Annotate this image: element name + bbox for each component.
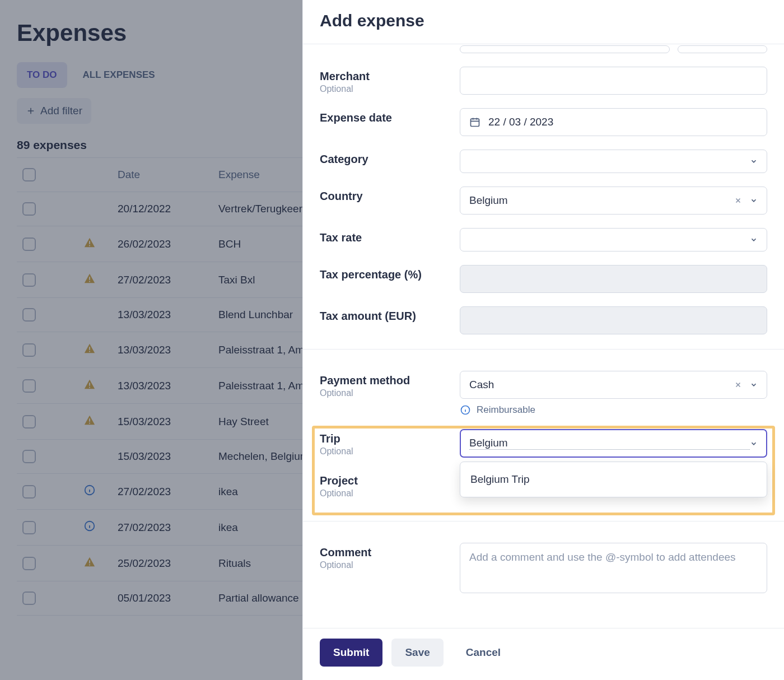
country-select[interactable]: Belgium — [460, 187, 767, 215]
chevron-down-icon — [750, 197, 758, 204]
chevron-down-icon — [750, 157, 758, 165]
trip-dropdown: Belgium Trip — [460, 462, 767, 497]
trip-label: Trip — [320, 432, 449, 445]
tab-todo[interactable]: TO DO — [17, 62, 67, 88]
submit-button[interactable]: Submit — [320, 639, 382, 667]
tax-amount-label: Tax amount (EUR) — [320, 310, 449, 323]
tax-percentage-label: Tax percentage (%) — [320, 268, 449, 281]
row-date: 20/12/2022 — [118, 203, 218, 215]
chevron-down-icon — [750, 440, 758, 448]
partial-input-left[interactable] — [460, 45, 670, 53]
warning-icon — [83, 414, 96, 429]
svg-rect-3 — [89, 281, 90, 282]
row-date: 27/02/2023 — [118, 521, 218, 534]
info-icon — [460, 404, 471, 416]
row-checkbox[interactable] — [22, 521, 36, 534]
warning-icon — [83, 272, 96, 287]
row-date: 27/02/2023 — [118, 486, 218, 498]
section-divider — [303, 521, 784, 521]
clear-icon[interactable] — [734, 381, 742, 389]
add-filter-label: Add filter — [40, 105, 82, 117]
chevron-down-icon — [750, 381, 758, 389]
trip-optional: Optional — [320, 446, 449, 457]
svg-rect-5 — [89, 351, 90, 352]
info-icon — [83, 520, 96, 535]
svg-rect-4 — [89, 347, 90, 350]
clear-icon[interactable] — [734, 197, 742, 204]
comment-textarea[interactable] — [460, 543, 767, 593]
payment-method-label: Payment method — [320, 374, 449, 387]
tab-all-expenses[interactable]: ALL EXPENSES — [73, 62, 165, 88]
trip-select[interactable]: Belgium — [460, 429, 767, 458]
svg-rect-14 — [471, 119, 479, 126]
svg-rect-13 — [89, 565, 90, 566]
cancel-button[interactable]: Cancel — [452, 639, 514, 667]
warning-icon — [83, 378, 96, 393]
row-date: 15/03/2023 — [118, 450, 218, 463]
expense-date-input[interactable]: 22 / 03 / 2023 — [460, 108, 767, 136]
row-date: 26/02/2023 — [118, 238, 218, 250]
merchant-input[interactable] — [460, 67, 767, 95]
row-date: 05/01/2023 — [118, 592, 218, 604]
svg-rect-7 — [89, 387, 90, 388]
tax-percentage-input — [460, 265, 767, 293]
add-expense-panel: Add expense Merchant Optional Expense da… — [302, 0, 784, 680]
tax-amount-input — [460, 306, 767, 334]
svg-rect-6 — [89, 383, 90, 386]
svg-rect-1 — [89, 245, 90, 246]
svg-rect-9 — [89, 423, 90, 424]
project-label: Project — [320, 474, 449, 487]
svg-rect-2 — [89, 277, 90, 280]
reimbursable-indicator: Reimbursable — [460, 404, 767, 416]
country-label: Country — [320, 190, 449, 203]
row-date: 13/03/2023 — [118, 309, 218, 321]
row-checkbox[interactable] — [22, 379, 36, 393]
payment-method-optional: Optional — [320, 388, 449, 398]
svg-rect-0 — [89, 241, 90, 244]
panel-body: Merchant Optional Expense date 22 / 03 /… — [303, 44, 784, 628]
tax-rate-label: Tax rate — [320, 231, 449, 244]
chevron-down-icon — [750, 236, 758, 244]
row-checkbox[interactable] — [22, 450, 36, 463]
row-checkbox[interactable] — [22, 273, 36, 287]
plus-icon — [26, 106, 36, 116]
row-checkbox[interactable] — [22, 485, 36, 499]
trip-option[interactable]: Belgium Trip — [460, 465, 767, 493]
row-date: 25/02/2023 — [118, 557, 218, 570]
save-button[interactable]: Save — [391, 639, 443, 667]
row-checkbox[interactable] — [22, 343, 36, 357]
merchant-label: Merchant — [320, 70, 449, 83]
row-checkbox[interactable] — [22, 591, 36, 605]
header-date: Date — [118, 169, 218, 181]
svg-rect-12 — [89, 560, 90, 563]
expense-date-label: Expense date — [320, 111, 449, 124]
calendar-icon — [469, 117, 480, 128]
comment-optional: Optional — [320, 560, 449, 570]
row-date: 13/03/2023 — [118, 344, 218, 356]
add-filter-button[interactable]: Add filter — [17, 98, 91, 124]
row-date: 15/03/2023 — [118, 416, 218, 428]
comment-label: Comment — [320, 546, 449, 559]
row-date: 27/02/2023 — [118, 274, 218, 286]
partial-input-right[interactable] — [678, 45, 767, 53]
warning-icon — [83, 236, 96, 251]
category-select[interactable] — [460, 150, 767, 173]
row-checkbox[interactable] — [22, 557, 36, 570]
tax-rate-select[interactable] — [460, 228, 767, 251]
warning-icon — [83, 556, 96, 571]
row-checkbox[interactable] — [22, 202, 36, 216]
payment-method-select[interactable]: Cash — [460, 371, 767, 399]
row-checkbox[interactable] — [22, 308, 36, 322]
merchant-optional: Optional — [320, 84, 449, 94]
panel-title: Add expense — [303, 0, 784, 44]
section-divider — [303, 349, 784, 350]
row-checkbox[interactable] — [22, 415, 36, 429]
country-value: Belgium — [469, 194, 734, 207]
panel-footer: Submit Save Cancel — [303, 628, 784, 680]
select-all-checkbox[interactable] — [22, 168, 36, 181]
info-icon — [83, 484, 96, 499]
warning-icon — [83, 342, 96, 357]
trip-value: Belgium — [469, 437, 750, 450]
expense-date-value: 22 / 03 / 2023 — [488, 116, 758, 128]
row-checkbox[interactable] — [22, 237, 36, 251]
